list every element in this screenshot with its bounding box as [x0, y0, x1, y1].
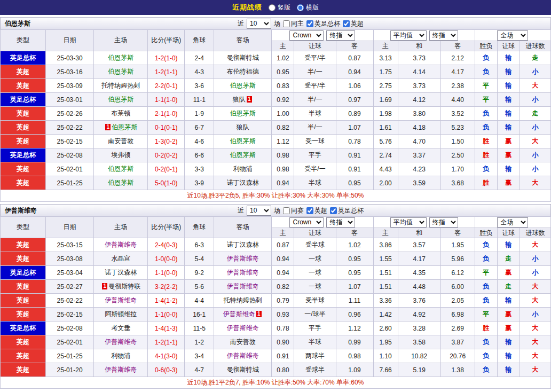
avg-draw: 4.14: [398, 65, 440, 79]
premier-league-checkbox[interactable]: [306, 207, 313, 214]
odds-handicap: 受半球: [294, 294, 336, 308]
odds-handicap: 受平/半: [294, 79, 336, 93]
team-name: 布莱顿: [111, 109, 130, 117]
same-venue-checkbox[interactable]: [283, 20, 290, 27]
matches-label: 场: [274, 19, 280, 28]
euro-source-select[interactable]: 平均值: [390, 217, 427, 228]
avg-draw: 3.76: [398, 294, 440, 308]
home-team: 伯恩茅斯: [94, 162, 148, 176]
red-card-badge: 1: [256, 311, 262, 317]
avg-home: 3.13: [373, 51, 398, 65]
away-team: 伯恩茅斯: [214, 148, 272, 162]
odds-away: 0.97: [336, 93, 373, 107]
scope-select[interactable]: 全场: [497, 217, 528, 228]
vertical-layout-radio[interactable]: [269, 4, 276, 11]
fa-cup-checkbox[interactable]: [306, 20, 313, 27]
odds-home: 0.98: [272, 148, 294, 162]
match-date: 25-03-09: [46, 79, 94, 93]
match-row: 英足总杯25-03-04诺丁汉森林1-1(0-0)9-2伊普斯维奇0.94一球0…: [1, 266, 551, 280]
same-competition-checkbox[interactable]: [283, 207, 290, 214]
odds-away: 0.98: [336, 349, 373, 363]
match-count-select[interactable]: 10: [247, 206, 271, 216]
away-team: 伊普斯维奇: [214, 349, 272, 363]
euro-source-select[interactable]: 平均值: [390, 30, 427, 41]
match-row: 英超25-02-01伊普斯维奇1-2(1-1)1-2南安普敦0.90半球0.99…: [1, 335, 551, 349]
match-score: 1-1(0-0): [148, 266, 185, 280]
match-count-select[interactable]: 10: [247, 19, 271, 29]
odds-home: 0.92: [272, 93, 294, 107]
filter-fa-cup[interactable]: 英足总杯: [330, 206, 364, 215]
filter-same-venue[interactable]: 同主: [283, 19, 304, 28]
team-name: 诺丁汉森林: [105, 269, 137, 276]
league-badge: 英超: [1, 162, 46, 176]
match-row: 英超25-01-25伯恩茅斯5-0(1-0)3-9诺丁汉森林0.94半球0.95…: [1, 176, 551, 190]
league-badge: 英足总杯: [1, 148, 46, 162]
filter-fa-cup[interactable]: 英足总杯: [306, 19, 340, 28]
avg-draw: 3.58: [398, 335, 440, 349]
odds-home: 0.78: [272, 322, 294, 335]
horizontal-layout-label: 横版: [306, 3, 319, 12]
handicap-result: 输: [497, 107, 519, 121]
avg-home: 2.60: [373, 322, 398, 335]
match-date: 25-02-15: [46, 135, 94, 148]
odds-source-select[interactable]: Crown: [289, 217, 324, 228]
goals-result: 大: [519, 363, 550, 377]
match-score: 1-2(1-0): [148, 51, 185, 65]
avg-draw: 3.57: [398, 238, 440, 252]
match-score: 2-2(0-1): [148, 79, 185, 93]
result: 负: [475, 280, 497, 294]
match-row: 英超25-02-15阿斯顿维拉1-1(0-0)16-1伊普斯维奇10.93一/球…: [1, 308, 551, 322]
col-goals: 进球数: [519, 41, 550, 51]
avg-draw: 5.19: [398, 363, 440, 377]
fa-cup-label: 英足总杯: [338, 206, 364, 215]
team-name: 狼队: [237, 123, 249, 131]
match-score: 0-1(0-1): [148, 121, 185, 135]
home-team: 考文垂: [94, 322, 148, 335]
goals-result: 大: [519, 349, 550, 363]
odds-away: 1.12: [336, 322, 373, 335]
col-score: 比分(半场): [148, 217, 185, 238]
filter-premier-league[interactable]: 英超: [306, 206, 327, 215]
horizontal-layout-radio[interactable]: [297, 4, 304, 11]
avg-away: 2.50: [440, 148, 475, 162]
odds-home: 0.82: [272, 121, 294, 135]
corner-score: 2-4: [185, 51, 214, 65]
euro-time-select[interactable]: 终指: [429, 30, 458, 41]
result: 平: [475, 93, 497, 107]
avg-away: 20.76: [440, 349, 475, 363]
filter-premier-league[interactable]: 英超: [343, 19, 364, 28]
odds-time-select[interactable]: 终指: [326, 30, 355, 41]
euro-time-select[interactable]: 终指: [429, 217, 458, 228]
home-team: 南安普敦: [94, 135, 148, 148]
match-date: 25-02-08: [46, 148, 94, 162]
filter-same-competition[interactable]: 同赛: [283, 206, 304, 215]
handicap-result: 输: [497, 349, 519, 363]
away-team: 曼彻斯特城: [214, 51, 272, 65]
odds-away: 0.96: [336, 308, 373, 322]
avg-draw: 4.18: [398, 121, 440, 135]
fa-cup-checkbox[interactable]: [330, 207, 337, 214]
odds-away: 1.09: [336, 363, 373, 377]
premier-league-checkbox[interactable]: [343, 20, 350, 27]
result: 负: [475, 349, 497, 363]
avg-home: 2.00: [373, 176, 398, 190]
result: 胜: [475, 322, 497, 335]
odds-source-select[interactable]: Crown: [289, 30, 324, 41]
odds-handicap: 一球: [294, 280, 336, 294]
corner-score: 11-5: [185, 322, 214, 335]
handicap-result: 赢: [497, 176, 519, 190]
col-date: 日期: [46, 30, 94, 51]
layout-vertical-option[interactable]: 竖版: [269, 3, 290, 12]
scope-select[interactable]: 全场: [497, 30, 528, 41]
avg-home: 1.10: [373, 349, 398, 363]
odds-home: 1.00: [272, 107, 294, 121]
handicap-result: 输: [497, 363, 519, 377]
avg-draw: 3.80: [398, 107, 440, 121]
result: 负: [475, 238, 497, 252]
odds-time-select[interactable]: 终指: [326, 217, 355, 228]
away-team: 伊普斯维奇: [214, 280, 272, 294]
layout-horizontal-option[interactable]: 横版: [297, 3, 319, 12]
league-badge: 英超: [1, 335, 46, 349]
match-score: 0-6(0-3): [148, 363, 185, 377]
match-date: 25-03-15: [46, 238, 94, 252]
